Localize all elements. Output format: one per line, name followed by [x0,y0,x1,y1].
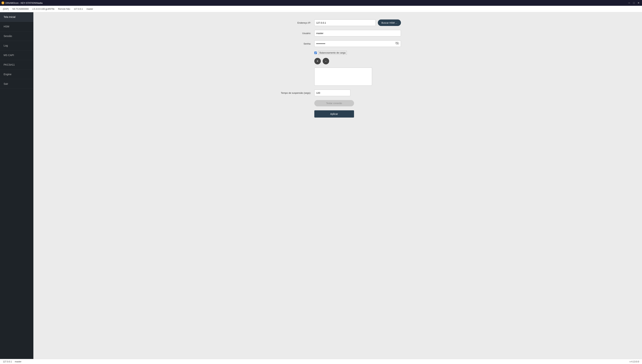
status-bar-bottom: 127.0.0.1 master v 4.13.0.0 [0,359,642,364]
maximize-button[interactable]: □ [632,1,636,5]
tempo-label: Tempo de suspensão (segs): [275,92,314,94]
testar-wrapper: Testar conexão [275,100,401,106]
server-list-box[interactable] [314,68,372,86]
ip-field-group: Buscar HSM ... [314,20,401,26]
sidebar-item-tela-inicial[interactable]: Tela Inicial [0,12,33,22]
sidebar-item-ms-capi[interactable]: MS CAPI [0,50,33,60]
title-bar-controls: ─ □ ✕ [627,1,640,5]
app-icon: D [2,2,4,4]
tempo-row: Tempo de suspensão (segs): [275,90,401,96]
sidebar-item-pkcs11[interactable]: PKCS#11 [0,60,33,70]
sidebar-item-sessao[interactable]: Sessão [0,31,33,41]
usuario-field [314,30,401,36]
status-ip-top: 127.0.0.1 [74,8,83,10]
status-remote: Remote Não [58,8,70,10]
status-bottom-version: v 4.13.0.0 [629,360,639,363]
balanceamento-label: Balanceamento de carga [318,51,347,55]
toggle-password-icon[interactable] [395,42,399,46]
form-container: Endereço IP: Buscar HSM ... Usuário: Sen… [275,20,401,118]
add-button[interactable]: + [314,58,321,64]
status-bar-top: (DXP) NS TCA0000000 v.5.3.0.0-100-gc4f37… [0,6,642,12]
senha-input[interactable] [314,40,401,47]
testar-conexao-button[interactable]: Testar conexão [314,100,354,106]
status-bottom-ip: 127.0.0.1 [3,360,12,363]
sidebar-item-log[interactable]: Log [0,41,33,50]
sidebar-item-sair[interactable]: Sair [0,79,33,89]
buscar-hsm-button[interactable]: Buscar HSM ... [378,20,401,26]
remove-button[interactable]: - [323,58,329,64]
title-bar-left: D DINAMOcon - KEY-STATION\Nadia [2,2,43,4]
senha-row: Senha: [275,40,401,47]
ip-input[interactable] [314,20,376,26]
tempo-field [314,90,401,96]
window-title: DINAMOcon - KEY-STATION\Nadia [6,2,43,4]
plus-minus-row: + - [314,58,401,64]
status-bottom-mode: master [15,360,22,363]
status-version: v.5.3.0.0-100-gc4f375b [32,8,55,10]
minimize-button[interactable]: ─ [627,1,631,5]
status-bottom-left: 127.0.0.1 master [3,360,22,363]
balanceamento-row: Balanceamento de carga [314,51,401,55]
balanceamento-checkbox[interactable] [314,52,317,54]
title-bar: D DINAMOcon - KEY-STATION\Nadia ─ □ ✕ [0,0,642,6]
main-layout: Tela Inicial HSM Sessão Log MS CAPI PKCS… [0,12,642,359]
senha-field [314,40,401,47]
ip-label: Endereço IP: [275,22,314,24]
usuario-input[interactable] [314,30,401,36]
status-dxp: (DXP) [3,8,9,10]
close-button[interactable]: ✕ [636,1,640,5]
sidebar: Tela Inicial HSM Sessão Log MS CAPI PKCS… [0,12,33,359]
sidebar-item-hsm[interactable]: HSM [0,22,33,31]
aplicar-wrapper: Aplicar [275,110,401,118]
aplicar-button[interactable]: Aplicar [314,110,354,118]
status-mode-top: master [86,8,93,10]
usuario-label: Usuário: [275,32,314,34]
usuario-row: Usuário: [275,30,401,36]
tempo-input[interactable] [314,90,351,96]
sidebar-item-engine[interactable]: Engine [0,70,33,79]
ip-row: Endereço IP: Buscar HSM ... [275,20,401,26]
content-area: Endereço IP: Buscar HSM ... Usuário: Sen… [33,12,642,359]
password-wrapper [314,40,401,47]
senha-label: Senha: [275,42,314,45]
status-ns: NS TCA0000000 [13,8,29,10]
